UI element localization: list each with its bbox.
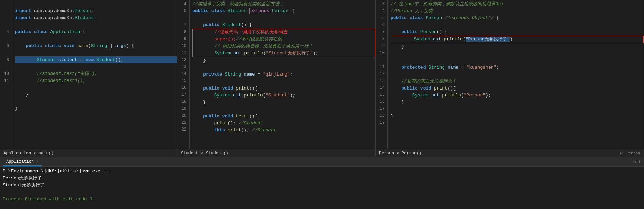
code-line [192,106,375,113]
code-line: public Person() { [391,29,644,36]
code-line: //类继承了父类，就会拥有父类的全部方法！ [192,1,375,8]
terminal-output-line2: Student无参执行了 [3,182,641,189]
terminal-command-line: D:\Environment\jdk8\jdk\bin\java.exe ... [3,168,641,175]
code-line: // 在Java中，所有的类，都默认直接或者间接继承Obj [391,1,644,8]
terminal-tab-close[interactable]: × [36,160,38,164]
code-line [391,50,644,57]
code-lines-right: // 在Java中，所有的类，都默认直接或者间接继承Obj //Person 人… [388,0,644,149]
code-line: public static void main(String[] args) { [15,42,177,49]
line-numbers-middle: 4 5 7 8 9 10 11 12 13 14 15 16 1 [177,0,190,149]
code-line: import com.oop.demo05.Student; [15,15,177,22]
code-line [15,22,177,29]
code-line [15,36,177,42]
code-line: public class Student extends Person { [192,8,375,15]
code-lines-left: import com.oop.demo05.Person; import com… [12,0,177,149]
code-line: // 调用父类的构造器，必须要在子类的第一行！ [193,43,375,50]
code-line: //Person 人：父类 [391,8,644,15]
line-numbers-right: 3 4 5 6 7 8 9 10 11 12 13 14 15 [376,0,388,149]
code-line: } [391,43,644,50]
terminal-content: D:\Environment\jdk8\jdk\bin\java.exe ...… [0,167,644,209]
terminal-process-text: Process finished with exit code 0 [3,196,92,202]
terminal-output-line1: Person无参执行了 [3,175,641,182]
panel-middle: 4 5 7 8 9 10 11 12 13 14 15 16 1 [177,0,376,157]
code-line [15,98,177,105]
terminal-command: D:\Environment\jdk8\jdk\bin\java.exe ... [3,169,111,174]
code-line: public void print(){ [192,85,375,92]
terminal-output-line3 [3,189,641,196]
code-line: public void test1(){ [192,113,375,120]
code-line: } [15,105,177,112]
code-line [391,106,644,113]
add-icon[interactable]: + [638,159,641,165]
breadcrumb-text-left: Application > main() [3,151,54,156]
code-line: } [391,99,644,106]
code-line: protected String name = "kuangshen"; [391,64,644,71]
code-line [192,78,375,85]
breadcrumb-right: Person > Person() AI Person [376,149,644,157]
terminal-student-output: Student无参执行了 [3,183,45,188]
code-line [15,1,177,8]
code-line: } [391,113,644,120]
breadcrumb-text-right: Person > Person() [379,151,421,156]
red-annotation-box-right: System.out.println("Person无参执行了") [392,36,644,43]
code-line-highlighted: Student student = new Student(); [15,56,177,63]
code-line: private String name = "qinjiang"; [192,71,375,78]
code-line: public class Person /*extends Object*/ { [391,15,644,22]
terminal-person-output: Person无参执行了 [3,176,42,181]
code-line: } [192,99,375,106]
breadcrumb-left: Application > main() [0,149,177,157]
breadcrumb-middle: Student > Student() [177,149,375,157]
code-line: //student.test1(); [15,77,177,84]
ai-person-label: AI Person [620,151,640,155]
editor-area: . 4 6 8 10 [0,0,644,157]
code-line [391,22,644,29]
terminal-tab-bar: Application × ⚙ + [0,157,644,167]
code-line [391,57,644,64]
code-line [15,49,177,56]
code-line [192,64,375,71]
code-line [192,15,375,22]
code-line: System.out.println("Person无参执行了") [392,36,643,43]
code-line [391,120,644,127]
code-line: System.out.println("Student无参执行了"); [193,50,375,57]
code-line: //student.test("秦疆"); [15,70,177,77]
code-content-left: . 4 6 8 10 [0,0,177,149]
code-line: public Student() { [192,22,375,29]
code-line: this.print(); //Student [192,127,375,134]
code-line: import com.oop.demo05.Person; [15,8,177,15]
code-line [391,71,644,78]
breadcrumb-text-middle: Student > Student() [181,151,228,156]
code-line: } [15,91,177,98]
code-line: //隐藏代码：调用了父类的无参构造 [193,29,375,36]
red-annotation-box: //隐藏代码：调用了父类的无参构造 super();//不写也是默认存在的 //… [192,29,375,57]
main-container: . 4 6 8 10 [0,0,644,209]
terminal-process-finished: Process finished with exit code 0 [3,196,641,203]
line-numbers-left: . 4 6 8 10 [0,0,12,149]
code-line [15,63,177,70]
panel-right: 3 4 5 6 7 8 9 10 11 12 13 14 15 [376,0,644,157]
code-line: public class Application { [15,29,177,36]
code-content-right: 3 4 5 6 7 8 9 10 11 12 13 14 15 [376,0,644,149]
terminal-tab-label: Application [6,159,34,164]
panel-left: . 4 6 8 10 [0,0,177,157]
code-line: System.out.println("Person"); [391,92,644,99]
terminal-icons: ⚙ + [633,159,641,165]
code-line [15,84,177,91]
code-line: //私有的东西无法被继承！ [391,78,644,85]
bottom-area: Application × ⚙ + D:\Environment\jdk8\jd… [0,157,644,209]
code-lines-middle: //类继承了父类，就会拥有父类的全部方法！ public class Stude… [190,0,375,149]
code-line: super();//不写也是默认存在的 [193,36,375,43]
code-line: print(); //Student [192,120,375,127]
code-content-middle: 4 5 7 8 9 10 11 12 13 14 15 16 1 [177,0,375,149]
code-line: public void print(){ [391,85,644,92]
terminal-tab-application[interactable]: Application × [3,157,42,166]
code-line: } [192,57,375,64]
settings-icon[interactable]: ⚙ [633,159,636,165]
code-line: System.out.println("Student"); [192,92,375,99]
